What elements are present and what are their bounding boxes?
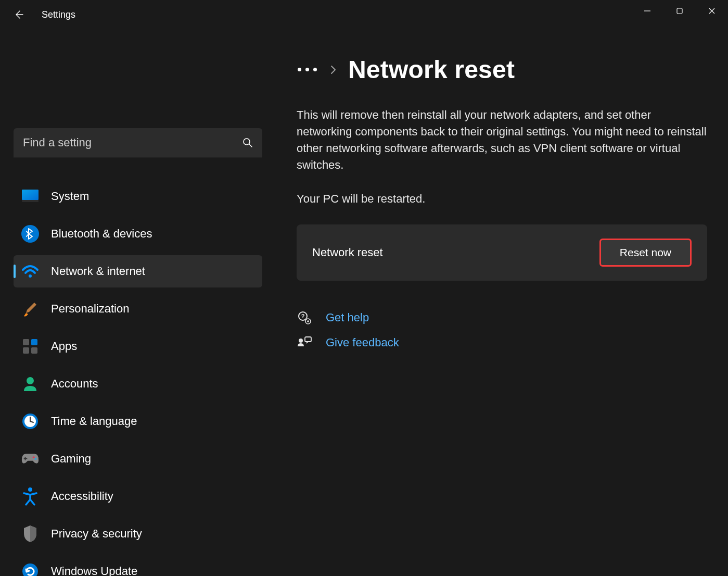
arrow-left-icon: [14, 9, 24, 20]
sidebar-item-label: Bluetooth & devices: [51, 227, 152, 241]
sidebar-item-label: Accessibility: [51, 490, 113, 503]
search-icon: [242, 137, 253, 148]
svg-rect-26: [305, 337, 311, 342]
svg-rect-1: [677, 8, 682, 14]
page-title: Network reset: [348, 55, 515, 84]
sidebar-item-label: Privacy & security: [51, 527, 142, 541]
svg-rect-12: [31, 347, 37, 354]
sidebar-item-system[interactable]: System: [14, 180, 262, 212]
feedback-icon: [297, 335, 312, 350]
sidebar-item-accounts[interactable]: Accounts: [14, 368, 262, 400]
sidebar: System Bluetooth & devices Network & int…: [0, 29, 276, 576]
paintbrush-icon: [21, 299, 40, 318]
close-icon: [708, 7, 716, 15]
apps-icon: [21, 337, 40, 356]
link-label: Give feedback: [326, 336, 399, 349]
svg-point-8: [29, 274, 32, 278]
bluetooth-icon: [21, 224, 40, 243]
app-title: Settings: [42, 9, 75, 20]
sidebar-item-label: Personalization: [51, 302, 129, 316]
content: Network reset This will remove then rein…: [276, 29, 728, 576]
network-reset-card: Network reset Reset now: [297, 224, 707, 281]
sidebar-item-network[interactable]: Network & internet: [14, 255, 262, 287]
minimize-icon: [644, 7, 651, 15]
sidebar-item-label: Windows Update: [51, 565, 137, 576]
titlebar: Settings: [0, 0, 728, 29]
svg-text:?: ?: [301, 313, 305, 319]
sidebar-item-label: Network & internet: [51, 265, 145, 278]
get-help-link[interactable]: ? Get help: [297, 310, 707, 325]
sidebar-item-label: System: [51, 190, 89, 203]
maximize-icon: [676, 7, 683, 15]
svg-rect-6: [22, 200, 39, 202]
window-controls: [631, 0, 728, 22]
clock-globe-icon: [21, 412, 40, 431]
sidebar-item-personalization[interactable]: Personalization: [14, 293, 262, 325]
sidebar-item-label: Apps: [51, 340, 77, 353]
wifi-icon: [21, 262, 40, 281]
svg-point-20: [28, 487, 32, 492]
sidebar-item-accessibility[interactable]: Accessibility: [14, 480, 262, 512]
page-description: This will remove then reinstall all your…: [297, 107, 707, 173]
sidebar-item-label: Accounts: [51, 377, 98, 391]
update-icon: [21, 562, 40, 576]
maximize-button[interactable]: [663, 0, 696, 22]
svg-point-7: [21, 225, 39, 243]
minimize-button[interactable]: [631, 0, 663, 22]
search-input[interactable]: [14, 128, 262, 157]
give-feedback-link[interactable]: Give feedback: [297, 335, 707, 350]
svg-point-25: [299, 339, 303, 343]
sidebar-item-privacy[interactable]: Privacy & security: [14, 518, 262, 550]
back-button[interactable]: [8, 4, 29, 25]
svg-rect-11: [23, 347, 29, 354]
svg-point-18: [33, 456, 35, 458]
svg-rect-10: [31, 339, 37, 345]
sidebar-item-apps[interactable]: Apps: [14, 330, 262, 362]
sidebar-item-time-language[interactable]: Time & language: [14, 405, 262, 437]
svg-line-3: [249, 144, 252, 147]
sidebar-item-bluetooth[interactable]: Bluetooth & devices: [14, 218, 262, 250]
sidebar-item-windows-update[interactable]: Windows Update: [14, 555, 262, 576]
shield-icon: [21, 524, 40, 543]
close-button[interactable]: [696, 0, 728, 22]
svg-point-21: [22, 564, 38, 576]
svg-point-19: [35, 458, 37, 460]
reset-now-button[interactable]: Reset now: [599, 239, 692, 267]
svg-rect-9: [23, 339, 29, 345]
chevron-right-icon: [329, 65, 337, 75]
breadcrumb-ellipsis[interactable]: [297, 65, 318, 74]
sidebar-item-label: Gaming: [51, 452, 91, 466]
svg-point-13: [27, 377, 34, 384]
link-label: Get help: [326, 311, 369, 324]
restart-note: Your PC will be restarted.: [297, 192, 707, 206]
svg-point-2: [244, 139, 250, 145]
accessibility-icon: [21, 487, 40, 506]
sidebar-item-gaming[interactable]: Gaming: [14, 443, 262, 475]
gaming-icon: [21, 449, 40, 468]
accounts-icon: [21, 374, 40, 393]
breadcrumb: Network reset: [297, 55, 707, 84]
help-icon: ?: [297, 310, 312, 325]
svg-rect-5: [22, 190, 39, 200]
card-label: Network reset: [312, 246, 383, 259]
search-wrap: [14, 128, 262, 157]
system-icon: [21, 187, 40, 206]
sidebar-item-label: Time & language: [51, 415, 137, 428]
